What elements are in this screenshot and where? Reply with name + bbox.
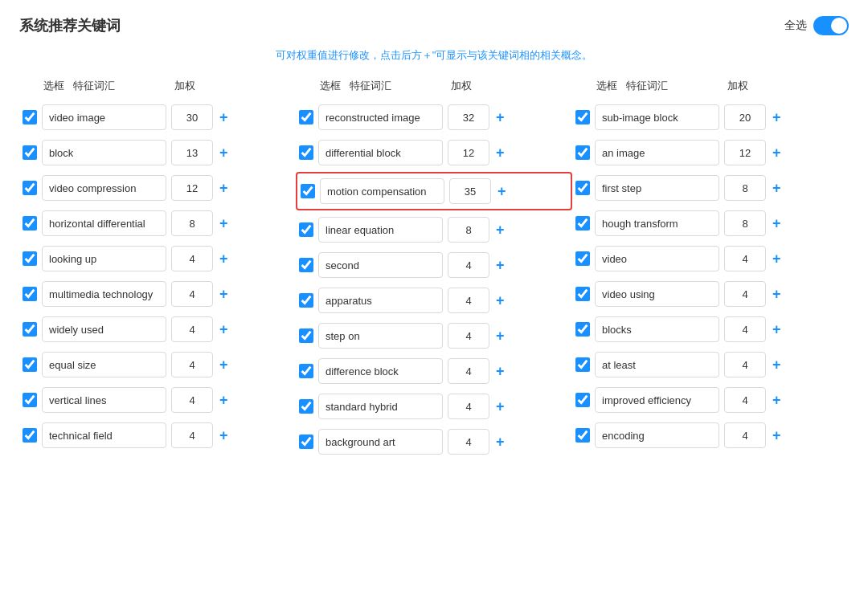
- weight-input[interactable]: [171, 281, 213, 307]
- weight-input[interactable]: [448, 429, 489, 455]
- add-concept-button[interactable]: +: [771, 145, 783, 160]
- weight-input[interactable]: [724, 210, 766, 236]
- add-concept-button[interactable]: +: [771, 110, 783, 124]
- add-concept-button[interactable]: +: [218, 322, 230, 337]
- keyword-checkbox[interactable]: [299, 399, 313, 414]
- keyword-checkbox[interactable]: [575, 322, 590, 337]
- add-concept-button[interactable]: +: [218, 181, 230, 195]
- weight-input[interactable]: [449, 178, 491, 204]
- add-concept-button[interactable]: +: [494, 435, 506, 449]
- weight-input[interactable]: [448, 358, 489, 384]
- keyword-checkbox[interactable]: [299, 293, 313, 308]
- select-all-toggle[interactable]: [813, 16, 849, 35]
- add-concept-button[interactable]: +: [771, 251, 783, 266]
- keyword-input[interactable]: [318, 140, 443, 165]
- add-concept-button[interactable]: +: [494, 110, 506, 124]
- keyword-input[interactable]: [318, 394, 443, 419]
- weight-input[interactable]: [448, 217, 489, 243]
- weight-input[interactable]: [171, 140, 213, 165]
- keyword-checkbox[interactable]: [575, 287, 590, 301]
- add-concept-button[interactable]: +: [771, 181, 783, 195]
- keyword-input[interactable]: [595, 352, 719, 377]
- keyword-input[interactable]: [595, 246, 719, 271]
- keyword-input[interactable]: [42, 246, 166, 271]
- keyword-input[interactable]: [595, 175, 719, 201]
- keyword-checkbox[interactable]: [299, 258, 313, 272]
- weight-input[interactable]: [448, 288, 489, 313]
- keyword-checkbox[interactable]: [299, 145, 313, 160]
- keyword-checkbox[interactable]: [299, 222, 313, 237]
- keyword-checkbox[interactable]: [23, 251, 37, 266]
- keyword-input[interactable]: [318, 104, 443, 130]
- keyword-input[interactable]: [595, 316, 719, 342]
- keyword-input[interactable]: [595, 387, 719, 413]
- weight-input[interactable]: [171, 387, 213, 413]
- keyword-checkbox[interactable]: [575, 110, 590, 124]
- weight-input[interactable]: [448, 323, 489, 349]
- weight-input[interactable]: [171, 210, 213, 236]
- keyword-checkbox[interactable]: [23, 357, 37, 372]
- weight-input[interactable]: [724, 316, 766, 342]
- keyword-input[interactable]: [42, 140, 166, 165]
- keyword-input[interactable]: [42, 316, 166, 342]
- weight-input[interactable]: [171, 246, 213, 271]
- keyword-checkbox[interactable]: [575, 357, 590, 372]
- add-concept-button[interactable]: +: [771, 428, 783, 443]
- add-concept-button[interactable]: +: [494, 328, 506, 343]
- keyword-input[interactable]: [42, 104, 166, 130]
- keyword-input[interactable]: [42, 387, 166, 413]
- add-concept-button[interactable]: +: [218, 287, 230, 301]
- keyword-checkbox[interactable]: [575, 145, 590, 160]
- weight-input[interactable]: [171, 422, 213, 448]
- add-concept-button[interactable]: +: [771, 393, 783, 407]
- keyword-input[interactable]: [42, 352, 166, 377]
- add-concept-button[interactable]: +: [494, 364, 506, 378]
- weight-input[interactable]: [724, 175, 766, 201]
- add-concept-button[interactable]: +: [771, 216, 783, 231]
- add-concept-button[interactable]: +: [494, 145, 506, 160]
- weight-input[interactable]: [171, 175, 213, 201]
- keyword-checkbox[interactable]: [23, 181, 37, 195]
- keyword-checkbox[interactable]: [23, 322, 37, 337]
- keyword-input[interactable]: [42, 210, 166, 236]
- add-concept-button[interactable]: +: [771, 287, 783, 301]
- keyword-checkbox[interactable]: [23, 110, 37, 124]
- weight-input[interactable]: [724, 140, 766, 165]
- keyword-input[interactable]: [595, 104, 719, 130]
- add-concept-button[interactable]: +: [771, 322, 783, 337]
- keyword-input[interactable]: [318, 217, 443, 243]
- keyword-input[interactable]: [595, 281, 719, 307]
- weight-input[interactable]: [448, 394, 489, 419]
- weight-input[interactable]: [724, 352, 766, 377]
- add-concept-button[interactable]: +: [218, 216, 230, 231]
- keyword-input[interactable]: [595, 422, 719, 448]
- keyword-input[interactable]: [42, 175, 166, 201]
- keyword-checkbox[interactable]: [575, 428, 590, 443]
- weight-input[interactable]: [171, 104, 213, 130]
- add-concept-button[interactable]: +: [771, 357, 783, 372]
- keyword-checkbox[interactable]: [299, 435, 313, 449]
- keyword-checkbox[interactable]: [575, 216, 590, 231]
- add-concept-button[interactable]: +: [218, 357, 230, 372]
- weight-input[interactable]: [724, 387, 766, 413]
- keyword-input[interactable]: [320, 178, 444, 204]
- keyword-input[interactable]: [318, 358, 443, 384]
- weight-input[interactable]: [448, 104, 489, 130]
- add-concept-button[interactable]: +: [218, 251, 230, 266]
- keyword-checkbox[interactable]: [23, 428, 37, 443]
- weight-input[interactable]: [724, 246, 766, 271]
- keyword-checkbox[interactable]: [23, 145, 37, 160]
- keyword-input[interactable]: [318, 252, 443, 278]
- keyword-checkbox[interactable]: [23, 393, 37, 407]
- add-concept-button[interactable]: +: [496, 184, 508, 198]
- keyword-checkbox[interactable]: [575, 181, 590, 195]
- keyword-checkbox[interactable]: [23, 287, 37, 301]
- weight-input[interactable]: [171, 316, 213, 342]
- add-concept-button[interactable]: +: [494, 293, 506, 308]
- keyword-input[interactable]: [318, 323, 443, 349]
- add-concept-button[interactable]: +: [494, 399, 506, 414]
- weight-input[interactable]: [171, 352, 213, 377]
- keyword-checkbox[interactable]: [575, 251, 590, 266]
- weight-input[interactable]: [448, 252, 489, 278]
- add-concept-button[interactable]: +: [218, 110, 230, 124]
